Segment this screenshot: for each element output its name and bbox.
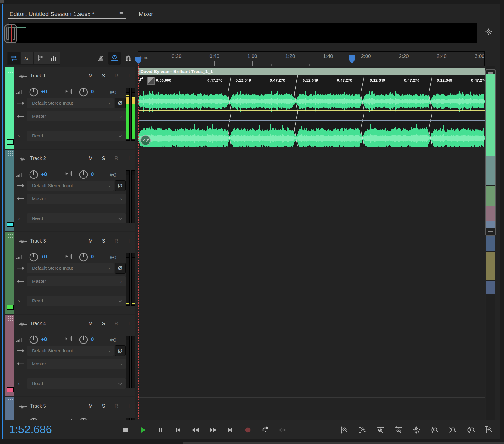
scrollbar-track-segment[interactable]	[486, 235, 495, 251]
pan-value[interactable]: 0	[91, 89, 94, 95]
stop-button[interactable]	[119, 424, 132, 436]
track-header-block[interactable]: Track 3 M S R I +0 0	[5, 232, 135, 314]
automation-expander-icon[interactable]: ›	[18, 298, 20, 304]
timeline-ruler[interactable]: hms 0:200:401:001:201:402:002:202:403:00	[138, 51, 485, 66]
vertical-zoom-out-button[interactable]	[356, 424, 369, 436]
horizontal-zoom-in-button[interactable]	[374, 424, 387, 436]
io-routing-view-button[interactable]	[7, 52, 21, 65]
track-drag-grip[interactable]	[6, 398, 13, 403]
zoom-reset-button[interactable]	[410, 424, 423, 436]
solo-button[interactable]: S	[101, 403, 106, 409]
volume-knob[interactable]	[29, 417, 39, 420]
output-selector[interactable]: Master ›	[27, 111, 126, 121]
arm-record-button[interactable]: R	[113, 73, 119, 79]
track-header-block[interactable]: Track 2 M S R I +0 0	[5, 150, 135, 231]
arm-record-button[interactable]: R	[113, 156, 119, 161]
track-color-strip[interactable]	[5, 397, 14, 420]
track-color-swatch[interactable]	[7, 139, 14, 145]
monitor-input-button[interactable]: I	[126, 238, 132, 244]
track-name[interactable]: Track 5	[30, 403, 46, 409]
input-selector[interactable]: Default Stereo Input ›	[27, 181, 114, 191]
stretch-clock-toggle[interactable]	[108, 52, 121, 65]
clip-loop-icon[interactable]	[140, 135, 151, 145]
automation-expander-icon[interactable]: ›	[18, 216, 20, 222]
track-header-block[interactable]: Track 5 M S R I +0 0	[5, 397, 135, 420]
track-name[interactable]: Track 1	[30, 73, 46, 79]
track-name[interactable]: Track 4	[30, 321, 46, 326]
snap-magnet-toggle[interactable]	[122, 52, 135, 65]
phase-toggle-button[interactable]: Ø	[115, 345, 126, 356]
pan-knob[interactable]	[78, 335, 89, 345]
automation-mode-selector[interactable]: Read	[27, 378, 126, 389]
volume-knob[interactable]	[29, 170, 39, 180]
pan-knob[interactable]	[78, 417, 89, 420]
mute-button[interactable]: M	[88, 73, 94, 79]
effects-view-button[interactable]: fx	[21, 52, 34, 65]
track-name[interactable]: Track 2	[30, 156, 46, 161]
zoom-out-point-button[interactable]	[446, 424, 459, 436]
input-monitor-icon[interactable]: ((●))	[110, 255, 116, 259]
mute-button[interactable]: M	[88, 238, 94, 244]
track-name[interactable]: Track 3	[30, 238, 46, 244]
handle-left-grip[interactable]	[6, 27, 9, 40]
track-color-strip[interactable]	[5, 67, 14, 149]
track-header-block[interactable]: Track 4 M S R I +0 0	[5, 315, 135, 396]
time-display[interactable]: 1:52.686	[9, 423, 52, 436]
zoom-selection-button[interactable]	[464, 424, 477, 436]
pan-value[interactable]: 0	[91, 171, 94, 177]
phase-toggle-button[interactable]: Ø	[115, 180, 126, 191]
track-color-swatch[interactable]	[7, 222, 14, 227]
input-monitor-icon[interactable]: ((●))	[110, 90, 116, 94]
solo-button[interactable]: S	[101, 156, 106, 161]
input-selector[interactable]: Default Stereo Input ›	[27, 263, 114, 273]
sends-view-button[interactable]	[34, 52, 47, 65]
zoom-navigator-bar[interactable]	[9, 23, 477, 43]
pan-knob[interactable]	[78, 170, 89, 180]
automation-expander-icon[interactable]: ›	[18, 133, 20, 139]
track-color-strip[interactable]	[5, 150, 14, 231]
monitor-input-button[interactable]: I	[126, 321, 132, 326]
arm-record-button[interactable]: R	[113, 321, 119, 326]
track-color-strip[interactable]	[5, 232, 14, 314]
tab-mixer[interactable]: Mixer	[139, 11, 153, 18]
loop-playback-button[interactable]	[259, 424, 272, 436]
input-monitor-icon[interactable]: ((●))	[110, 337, 116, 342]
pause-button[interactable]	[154, 424, 167, 436]
clip-title-bar[interactable]: David Sylvian– Brilliant Trees_1_1	[138, 68, 485, 75]
timeline-area[interactable]: David Sylvian– Brilliant Trees_1_1 0:00.…	[138, 66, 485, 420]
track-drag-grip[interactable]	[6, 316, 13, 321]
volume-value[interactable]: +0	[41, 336, 47, 342]
track-color-swatch[interactable]	[7, 387, 14, 392]
volume-envelope-line[interactable]	[138, 110, 485, 111]
volume-knob[interactable]	[29, 335, 39, 345]
skip-selection-button[interactable]	[276, 424, 289, 436]
pan-envelope-line[interactable]	[138, 120, 485, 121]
volume-knob[interactable]	[29, 252, 39, 262]
scrollbar-track-segment[interactable]	[486, 252, 495, 280]
solo-button[interactable]: S	[101, 238, 106, 244]
clip-fade-handle-icon[interactable]	[147, 77, 155, 85]
automation-expander-icon[interactable]: ›	[18, 381, 20, 387]
go-to-start-button[interactable]	[171, 424, 185, 436]
pan-value[interactable]: 0	[91, 254, 94, 260]
monitor-input-button[interactable]: I	[126, 156, 132, 161]
track-header-block[interactable]: Track 1 M S R I +0 0	[5, 67, 135, 149]
pan-knob[interactable]	[78, 87, 89, 97]
clip-fade-in-icon[interactable]	[139, 76, 144, 83]
track-drag-grip[interactable]	[6, 151, 13, 156]
fast-forward-button[interactable]	[206, 424, 219, 436]
solo-button[interactable]: S	[101, 73, 106, 79]
input-selector[interactable]: Default Stereo Input ›	[27, 346, 114, 356]
tab-editor[interactable]: Editor: Untitled Session 1.sesx *	[10, 11, 95, 18]
record-button[interactable]	[241, 424, 254, 436]
solo-button[interactable]: S	[101, 321, 106, 326]
track-color-strip[interactable]	[5, 315, 14, 396]
rewind-button[interactable]	[189, 424, 202, 436]
eq-view-button[interactable]	[47, 52, 60, 65]
handle-right-grip[interactable]	[13, 27, 15, 40]
zoom-reset-button[interactable]	[485, 28, 493, 36]
mute-button[interactable]: M	[88, 321, 94, 326]
volume-value[interactable]: +0	[41, 171, 47, 177]
horizontal-zoom-out-button[interactable]	[392, 424, 405, 436]
monitor-input-button[interactable]: I	[126, 403, 132, 409]
